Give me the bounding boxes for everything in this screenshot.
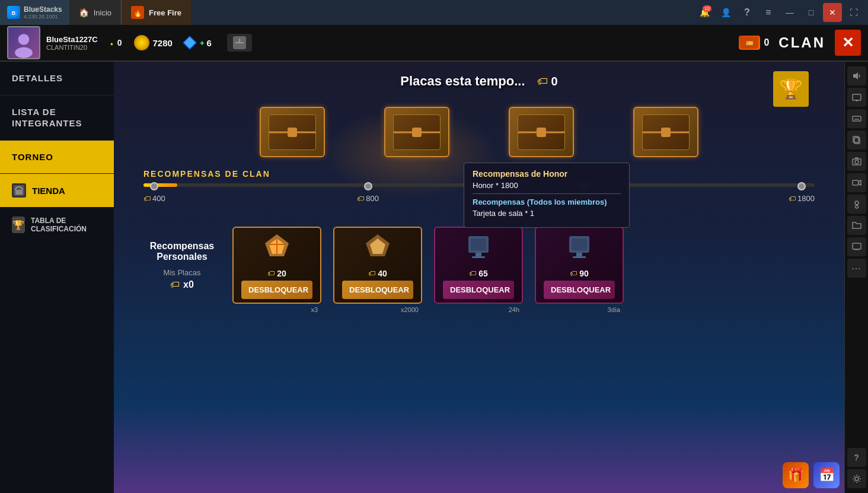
expand-button[interactable]: ⛶ (844, 3, 863, 22)
token-icon (233, 36, 246, 49)
close-button[interactable]: ✕ (823, 3, 842, 22)
marker-dot-1 (150, 182, 158, 190)
mis-placas-value: x0 (183, 279, 194, 290)
copy-button[interactable] (847, 131, 866, 150)
inicio-tab[interactable]: 🏠 Inicio (69, 0, 121, 25)
more-dots-icon: ⋯ (851, 263, 861, 274)
menu-icon: ≡ (765, 7, 771, 18)
chest-4 (633, 107, 698, 157)
arrows-count: 0 (117, 38, 122, 47)
bluestacks-icon: B (7, 6, 20, 19)
mis-placas-label: Mis Placas (164, 268, 201, 277)
camera-button[interactable] (847, 152, 866, 171)
coins-display: 7280 (134, 35, 173, 50)
reward-card-3: 🏷 65 DESBLOQUEAR 24h (434, 227, 523, 304)
chest-1 (260, 107, 325, 157)
minimize-button[interactable]: — (780, 3, 799, 22)
header-right: 🎫 0 CLAN ✕ (739, 30, 861, 56)
reward-icon-2 (363, 231, 392, 265)
settings-button[interactable] (847, 469, 866, 488)
folder-button[interactable] (847, 216, 866, 235)
svg-rect-25 (472, 256, 485, 258)
display-button[interactable] (847, 237, 866, 256)
marker-1800: 🏷 1800 (789, 182, 815, 203)
reward-cost-1: 🏷 20 (267, 269, 286, 278)
account-icon: 👤 (721, 8, 731, 17)
chest-inner-2 (393, 114, 441, 150)
game-header: BlueSta1227C CLANTITIN20 ⬩ 0 7280 + 6 (0, 25, 868, 62)
sidebar-item-tabla[interactable]: 🏆 TABLA DE CLASIFICACIÓN (0, 207, 114, 243)
player-info: BlueSta1227C CLANTITIN20 ⬩ 0 (7, 26, 122, 59)
chest-inner-4 (642, 114, 690, 150)
bottom-bar: 🎁 📅 (783, 462, 840, 488)
volume-button[interactable] (847, 66, 866, 85)
tooltip-members-row: Tarjeta de sala * 1 (473, 209, 621, 218)
tienda-icon (12, 183, 26, 198)
reward-card-1: 🏷 20 DESBLOQUEAR x3 (232, 227, 321, 304)
marker-800: 🏷 800 (357, 182, 379, 203)
chest-lock-2 (412, 128, 422, 137)
tooltip-subtitle: Recompensas (Todos los miembros) (473, 198, 621, 206)
chest-lock-3 (537, 128, 546, 137)
diamond-icon (182, 35, 197, 50)
more-button[interactable]: ⋯ (847, 259, 866, 278)
reward-icon-4 (564, 231, 594, 265)
question-button[interactable]: ? (847, 448, 866, 467)
tooltip-box: Recompensas de Honor Honor * 1800 Recomp… (464, 163, 630, 228)
placas-count: 🏷 0 (537, 75, 558, 88)
coins-value: 7280 (153, 38, 173, 48)
sidebar-item-torneo[interactable]: TORNEO (0, 141, 114, 174)
svg-rect-28 (576, 253, 582, 256)
marker-label-2: 🏷 800 (357, 194, 379, 203)
inicio-label: Inicio (94, 8, 111, 17)
reward-cost-3: 🏷 65 (469, 269, 488, 278)
tooltip-title: Recompensas de Honor (473, 169, 621, 179)
menu-button[interactable]: ≡ (759, 3, 778, 22)
unlock-button-2[interactable]: DESBLOQUEAR (342, 281, 413, 299)
screen-button[interactable] (847, 88, 866, 107)
account-button[interactable]: 👤 (716, 3, 735, 22)
bluestacks-tab[interactable]: B BlueStacks 4.230.20.1001 (0, 0, 69, 25)
unlock-button-3[interactable]: DESBLOQUEAR (443, 281, 514, 299)
svg-marker-30 (853, 72, 858, 79)
svg-text:B: B (12, 10, 16, 16)
sidebar-item-tienda[interactable]: TIENDA (0, 174, 114, 207)
unlock-button-4[interactable]: DESBLOQUEAR (544, 281, 615, 299)
video-button[interactable] (847, 173, 866, 192)
maximize-button[interactable]: □ (802, 3, 821, 22)
chest-lock-4 (661, 128, 671, 137)
question-icon: ? (854, 453, 859, 462)
calendar-bottom-icon[interactable]: 📅 (813, 462, 840, 488)
location-button[interactable] (847, 195, 866, 214)
svg-text:🔥: 🔥 (133, 8, 142, 17)
game-tab[interactable]: 🔥 Free Fire (121, 0, 191, 25)
svg-rect-29 (573, 256, 586, 258)
svg-rect-27 (572, 238, 587, 250)
svg-marker-44 (859, 180, 861, 185)
reward-badge-1: x3 (311, 306, 318, 313)
help-button[interactable]: ? (738, 3, 757, 22)
clan-close-button[interactable]: ✕ (835, 30, 861, 56)
home-icon: 🏠 (79, 8, 89, 17)
svg-rect-31 (853, 94, 861, 100)
minimize-icon: — (786, 8, 794, 17)
reward-card-2: 🏷 40 DESBLOQUEAR x2000 (333, 227, 422, 304)
chest-inner-3 (518, 114, 565, 150)
marker-dot-2 (364, 182, 372, 190)
mis-placas-val: 🏷 x0 (170, 279, 194, 290)
sidebar-item-detalles[interactable]: DETALLES (0, 62, 114, 96)
svg-text:🏆: 🏆 (12, 220, 24, 231)
notifications-button[interactable]: 🔔 12 (695, 3, 714, 22)
sidebar: DETALLES LISTA DE INTEGRANTES TORNEO TIE… (0, 62, 114, 493)
unlock-button-1[interactable]: DESBLOQUEAR (241, 281, 312, 299)
tooltip-honor-row: Honor * 1800 (473, 181, 621, 190)
keyboard-button[interactable] (847, 109, 866, 128)
diamonds-prefix: + (200, 39, 205, 47)
sidebar-item-lista[interactable]: LISTA DE INTEGRANTES (0, 96, 114, 141)
marker-label-1: 🏷 400 (143, 194, 165, 203)
clan-close-icon: ✕ (842, 34, 854, 51)
title-bar: B BlueStacks 4.230.20.1001 🏠 Inicio 🔥 Fr… (0, 0, 868, 25)
fire-bottom-icon[interactable]: 🎁 (783, 462, 809, 488)
personal-label-box: RecompensasPersonales Mis Placas 🏷 x0 (143, 227, 221, 304)
game-icon: 🔥 (131, 6, 144, 19)
